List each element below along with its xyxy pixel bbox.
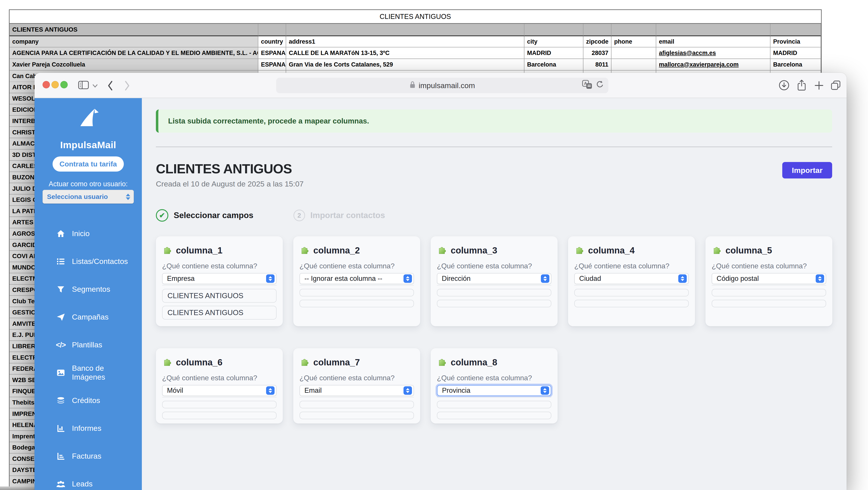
cards-row-2: columna_6 ¿Qué contiene esta columna? Mó… — [156, 348, 558, 423]
column-card-4: columna_4 ¿Qué contiene esta columna? Ci… — [568, 236, 695, 326]
sidebar-item-facturas[interactable]: Facturas — [34, 442, 142, 470]
card-title: columna_2 — [313, 246, 360, 256]
puzzle-icon — [712, 245, 722, 256]
sidebar-item-creditos[interactable]: Créditos — [34, 387, 142, 414]
zoom-window-button[interactable] — [60, 81, 68, 88]
puzzle-icon — [162, 357, 172, 368]
app-main: Lista subida correctamente, procede a ma… — [142, 98, 847, 490]
select-arrows-icon — [126, 194, 130, 200]
new-tab-icon[interactable] — [813, 80, 825, 91]
preview-value — [300, 412, 414, 419]
preview-value — [437, 412, 551, 419]
chevron-down-icon[interactable] — [92, 84, 98, 88]
sidebar-item-leads[interactable]: Leads — [34, 470, 142, 490]
table-row: Xavier Pareja Cozcolluela ESPANA Gran Vi… — [9, 59, 821, 70]
select-stepper-icon — [403, 274, 412, 283]
sidebar-nav: Inicio Listas/Contactos Segmentos Campañ… — [34, 220, 142, 490]
sidebar-item-listas-contactos[interactable]: Listas/Contactos — [34, 248, 142, 275]
list-icon — [56, 257, 66, 266]
preview-value: CLIENTES ANTIGUOS — [162, 306, 277, 320]
spreadsheet-band-row: CLIENTES ANTIGUOS — [9, 24, 821, 36]
preview-value — [574, 289, 689, 296]
divider — [437, 397, 551, 397]
puzzle-icon — [300, 245, 310, 256]
background-spreadsheet: CLIENTES ANTIGUOS CLIENTES ANTIGUOS comp… — [9, 9, 822, 83]
cards-row-1: columna_1 ¿Qué contiene esta columna? Em… — [156, 236, 832, 326]
column-mapping-select[interactable]: Email — [300, 385, 414, 396]
share-icon[interactable] — [796, 79, 807, 92]
card-question: ¿Qué contiene esta columna? — [574, 262, 689, 270]
impersonate-label: Actuar como otro usuario: — [34, 180, 142, 188]
column-card-6: columna_6 ¿Qué contiene esta columna? Mó… — [156, 348, 283, 423]
step2-number: 2 — [293, 209, 305, 221]
page-title: CLIENTES ANTIGUOS — [156, 161, 292, 176]
puzzle-icon — [162, 245, 172, 256]
column-mapping-select[interactable]: Empresa — [162, 273, 277, 284]
card-question: ¿Qué contiene esta columna? — [712, 262, 826, 270]
divider — [162, 397, 277, 397]
forward-button[interactable] — [123, 80, 131, 92]
preview-value — [162, 412, 277, 419]
column-mapping-select[interactable]: Código postal — [712, 273, 826, 284]
browser-window: impulsamail.com A — [34, 73, 847, 490]
import-button[interactable]: Importar — [782, 162, 832, 178]
step2-label: Importar contactos — [310, 211, 385, 220]
puzzle-icon — [437, 245, 447, 256]
contract-plan-button[interactable]: Contrata tu tarifa — [53, 157, 124, 171]
puzzle-icon — [437, 357, 447, 368]
translate-icon[interactable]: A — [582, 80, 592, 91]
preview-value — [712, 289, 826, 296]
card-title: columna_4 — [588, 246, 634, 256]
minimize-window-button[interactable] — [52, 81, 59, 88]
lock-icon — [409, 80, 415, 90]
downloads-icon[interactable] — [778, 79, 790, 91]
column-mapping-select[interactable]: Dirección — [437, 273, 551, 284]
puzzle-icon — [574, 245, 585, 256]
select-stepper-icon — [403, 386, 412, 395]
report-icon — [56, 423, 66, 433]
band-cell: CLIENTES ANTIGUOS — [9, 24, 258, 36]
sidebar-item-plantillas[interactable]: </> Plantillas — [34, 331, 142, 359]
column-mapping-select[interactable]: Móvil — [162, 385, 277, 396]
divider — [300, 397, 414, 397]
card-question: ¿Qué contiene esta columna? — [300, 374, 414, 382]
divider — [712, 285, 826, 286]
card-question: ¿Qué contiene esta columna? — [437, 262, 551, 270]
select-stepper-icon — [266, 274, 275, 283]
column-mapping-select[interactable]: Ciudad — [574, 273, 689, 284]
divider — [574, 285, 689, 286]
users-icon — [56, 479, 66, 489]
sidebar-item-segmentos[interactable]: Segmentos — [34, 275, 142, 303]
tab-overview-icon[interactable] — [830, 79, 841, 91]
sidebar-item-inicio[interactable]: Inicio — [34, 220, 142, 248]
back-button[interactable] — [106, 80, 114, 92]
address-bar[interactable]: impulsamail.com A — [276, 78, 608, 93]
select-stepper-icon — [678, 274, 687, 283]
preview-value — [300, 289, 414, 296]
card-title: columna_1 — [176, 246, 222, 256]
sidebar-toggle-icon[interactable] — [78, 80, 89, 90]
coins-icon — [56, 396, 66, 405]
funnel-icon — [56, 284, 66, 294]
select-stepper-icon — [816, 274, 824, 283]
column-mapping-select-focused[interactable]: Provincia — [437, 385, 551, 396]
column-mapping-select[interactable]: -- Ignorar esta columna -- — [300, 273, 414, 284]
card-question: ¿Qué contiene esta columna? — [162, 374, 277, 382]
user-select[interactable]: Selecciona usuario — [42, 190, 134, 204]
step1-label: Seleccionar campos — [174, 211, 253, 220]
user-select-value: Selecciona usuario — [47, 193, 108, 200]
sidebar-item-campanas[interactable]: Campañas — [34, 303, 142, 331]
browser-toolbar: impulsamail.com A — [34, 73, 847, 98]
close-window-button[interactable] — [42, 81, 50, 88]
divider — [156, 146, 832, 147]
reload-icon[interactable] — [595, 80, 604, 91]
puzzle-icon — [300, 357, 310, 368]
preview-value — [162, 401, 277, 408]
divider — [437, 285, 551, 286]
column-card-7: columna_7 ¿Qué contiene esta columna? Em… — [293, 348, 420, 423]
sidebar-item-informes[interactable]: Informes — [34, 414, 142, 442]
select-stepper-icon — [541, 274, 549, 283]
card-question: ¿Qué contiene esta columna? — [162, 262, 277, 270]
sidebar-item-banco-imagenes[interactable]: Banco de Imágenes — [34, 359, 142, 387]
card-title: columna_3 — [451, 246, 497, 256]
